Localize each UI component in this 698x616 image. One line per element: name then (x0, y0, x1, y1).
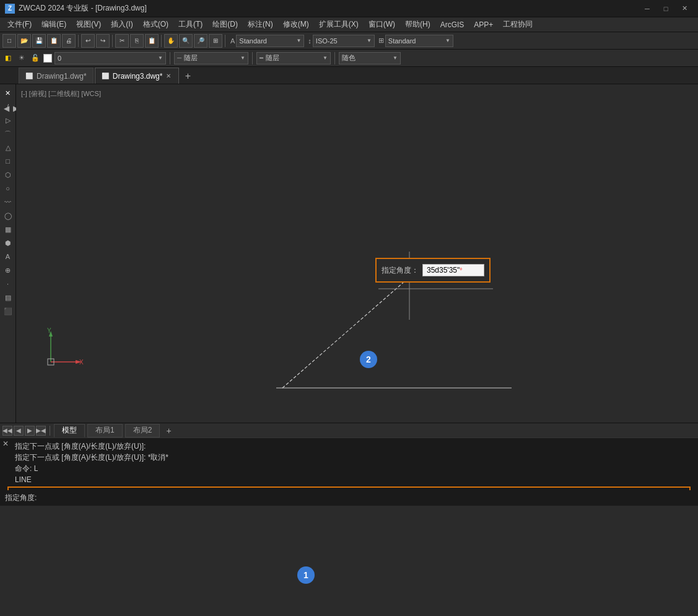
layer-freeze-btn[interactable]: ☀ (16, 53, 27, 64)
linetype-icon: ─ (177, 55, 181, 61)
angle-value-box[interactable]: 35d35'35"° (422, 264, 484, 276)
lt-triangle[interactable]: △ (2, 141, 14, 154)
table-style-dropdown[interactable]: Standard ▼ (385, 35, 453, 47)
layer-color-btn[interactable] (43, 54, 52, 63)
tab-add-button[interactable]: + (180, 69, 195, 84)
lt-insert[interactable]: ⊕ (2, 264, 14, 276)
tb-undo[interactable]: ↩ (81, 34, 95, 48)
tabs-bar: ◀ ▶ ⬜ Drawing1.dwg* ⬜ Drawing3.dwg* ✕ + … (0, 67, 698, 84)
text-style-dropdown[interactable]: Standard ▼ (236, 35, 304, 47)
lt-ellipse[interactable]: ◯ (2, 209, 14, 222)
minimize-button[interactable]: ─ (639, 2, 656, 15)
ucs-svg: Y X (38, 328, 88, 371)
lineweight-dropdown[interactable]: ━ 随层 ▼ (256, 52, 331, 64)
dim-style-dropdown[interactable]: ISO-25 ▼ (313, 35, 375, 47)
command-close-btn[interactable]: ✕ (0, 438, 11, 449)
lt-3dface[interactable]: ⬛ (2, 305, 14, 317)
color-dropdown[interactable]: 随色 ▼ (339, 52, 401, 64)
menu-help[interactable]: 帮助(H) (400, 17, 435, 32)
tab-drawing3-close[interactable]: ✕ (165, 73, 172, 80)
layer-name-dropdown[interactable]: 0 ▼ (55, 52, 166, 64)
angle-label: 指定角度： (382, 265, 419, 276)
tb-cut[interactable]: ✂ (115, 34, 129, 48)
canvas-area[interactable]: [-] [俯视] [二维线框] [WCS] 指定角度： 35d35'35"° 2 (16, 84, 698, 423)
tb-new[interactable]: □ (2, 34, 16, 48)
bottom-tab-layout1[interactable]: 布局1 (87, 424, 123, 438)
lt-point[interactable]: · (2, 278, 14, 290)
menu-modify[interactable]: 修改(M) (278, 17, 314, 32)
separator-color (334, 52, 335, 64)
lt-rectangle[interactable]: □ (2, 155, 14, 167)
lt-gradient[interactable]: ▤ (2, 291, 14, 304)
scroll-first[interactable]: ◀◀ (2, 426, 12, 436)
menu-format[interactable]: 格式(O) (138, 17, 173, 32)
scroll-prev[interactable]: ◀ (14, 426, 24, 436)
menu-dimension[interactable]: 标注(N) (243, 17, 278, 32)
tb-zoom-in[interactable]: 🔍 (179, 34, 193, 48)
separator-4 (225, 35, 225, 47)
table-style-label: ⊞ (378, 37, 384, 45)
menu-tools[interactable]: 工具(T) (173, 17, 207, 32)
tb-redo[interactable]: ↪ (96, 34, 110, 48)
menu-insert[interactable]: 插入(I) (106, 17, 137, 32)
lt-pointer[interactable]: ✕ (2, 87, 14, 99)
layer-name-arrow: ▼ (158, 55, 163, 61)
lt-polygon[interactable]: ⬡ (2, 169, 14, 181)
tb-copy[interactable]: ⎘ (130, 34, 144, 48)
bottom-tab-add[interactable]: + (162, 425, 175, 437)
menu-window[interactable]: 窗口(W) (364, 17, 400, 32)
cmd-line-1: 指定下一点或 [角度(A)/长度(L)/放弃(U)]: (5, 441, 693, 452)
tb-open[interactable]: 📂 (17, 34, 31, 48)
scroll-last[interactable]: ▶◀ (36, 426, 46, 436)
lt-arc[interactable]: ⌒ (2, 128, 14, 140)
tb-save[interactable]: 💾 (32, 34, 46, 48)
menu-project[interactable]: 工程协同 (498, 17, 538, 32)
color-arrow: ▼ (393, 55, 398, 61)
command-output: 指定下一点或 [角度(A)/长度(L)/放弃(U)]: 指定下一点或 [角度(A… (0, 438, 698, 490)
bottom-tab-model[interactable]: 模型 (54, 424, 85, 438)
menu-edit[interactable]: 编辑(E) (37, 17, 71, 32)
command-last-text: 指定角度: (5, 493, 37, 502)
tb-pan[interactable]: ✋ (164, 34, 178, 48)
dim-style-label: ↕ (308, 37, 312, 45)
close-button[interactable]: ✕ (676, 2, 693, 15)
layer-manager-btn[interactable]: ◧ (2, 53, 14, 64)
maximize-button[interactable]: □ (657, 2, 674, 15)
bottom-tab-layout2[interactable]: 布局2 (125, 424, 160, 438)
lt-hatch[interactable]: ▦ (2, 223, 14, 235)
menu-extend[interactable]: 扩展工具(X) (314, 17, 364, 32)
command-area: ✕ 指定下一点或 [角度(A)/长度(L)/放弃(U)]: 指定下一点或 [角度… (0, 438, 698, 506)
bottom-tab-layout1-label: 布局1 (95, 425, 115, 436)
scroll-next[interactable]: ▶ (25, 426, 35, 436)
menu-arcgis[interactable]: ArcGIS (435, 17, 469, 32)
tab-drawing3[interactable]: ⬜ Drawing3.dwg* ✕ (95, 68, 180, 84)
lt-polyline[interactable]: ▷ (2, 114, 14, 126)
tab-scroll-left[interactable]: ◀ (2, 103, 11, 114)
tb-zoom-ext[interactable]: ⊞ (209, 34, 222, 48)
lt-text[interactable]: A (2, 250, 14, 263)
lt-circle[interactable]: ○ (2, 182, 14, 195)
dim-style-arrow: ▼ (367, 38, 372, 43)
tb-zoom-out[interactable]: 🔎 (194, 34, 207, 48)
tab-drawing1-icon: ⬜ (25, 73, 33, 79)
tab-drawing1[interactable]: ⬜ Drawing1.dwg* (19, 68, 94, 84)
layer-lock-btn[interactable]: 🔓 (30, 53, 41, 64)
title-bar: Z ZWCAD 2024 专业版 - [Drawing3.dwg] ─ □ ✕ (0, 0, 698, 17)
menu-app-plus[interactable]: APP+ (469, 17, 498, 32)
scroll-nav: ◀◀ ◀ ▶ ▶◀ 模型 布局1 布局2 + (0, 423, 698, 438)
separator-lw (252, 52, 253, 64)
linetype-dropdown[interactable]: ─ 随层 ▼ (174, 52, 248, 64)
tb-saveas[interactable]: 📋 (47, 34, 61, 48)
lt-region[interactable]: ⬢ (2, 237, 14, 249)
text-style-label: A (230, 37, 235, 45)
menu-draw[interactable]: 绘图(D) (207, 17, 243, 32)
tab-drawing3-label: Drawing3.dwg* (113, 72, 163, 81)
tb-print[interactable]: 🖨 (62, 34, 76, 48)
table-style-arrow: ▼ (445, 38, 450, 43)
ucs-icon: Y X (38, 328, 88, 373)
menu-view[interactable]: 视图(V) (71, 17, 106, 32)
menu-file[interactable]: 文件(F) (2, 17, 37, 32)
lineweight-arrow: ▼ (323, 55, 328, 61)
lt-spline[interactable]: 〰 (2, 196, 14, 208)
tb-paste[interactable]: 📋 (145, 34, 159, 48)
